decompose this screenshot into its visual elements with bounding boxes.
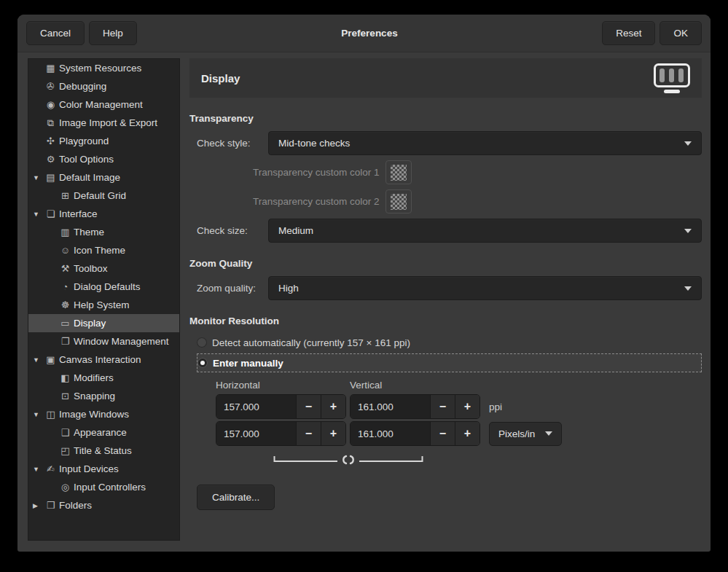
expander-open-icon[interactable]: ▼ xyxy=(33,466,44,473)
sidebar-item-input-controllers[interactable]: ◎Input Controllers xyxy=(28,478,179,496)
custom-color-2-swatch[interactable] xyxy=(385,189,412,213)
sidebar-item-label: Default Image xyxy=(59,172,120,183)
folders-icon: ❒ xyxy=(44,500,57,511)
sidebar-item-snapping[interactable]: ⊡Snapping xyxy=(28,387,179,405)
sidebar-item-appearance[interactable]: ❑Appearance xyxy=(28,423,179,442)
sidebar-item-label: Input Devices xyxy=(59,463,119,474)
check-style-label: Check style: xyxy=(197,138,268,149)
sidebar-list: ▦System Resources✇Debugging◉Color Manage… xyxy=(28,58,180,541)
help-system-icon: ☸ xyxy=(59,299,71,310)
detect-automatically-option[interactable]: Detect automatically (currently 157 × 16… xyxy=(197,334,702,351)
expander-open-icon[interactable]: ▼ xyxy=(33,211,44,218)
sidebar-item-interface[interactable]: ▼❏Interface xyxy=(28,205,179,223)
expander-open-icon[interactable]: ▼ xyxy=(33,411,44,418)
chevron-down-icon xyxy=(684,141,692,146)
sidebar-item-label: Debugging xyxy=(59,81,106,92)
vertical-column-label: Vertical xyxy=(350,380,484,391)
sidebar-item-tool-options[interactable]: ⚙Tool Options xyxy=(28,150,179,168)
sidebar-item-default-grid[interactable]: ⊞Default Grid xyxy=(28,187,179,205)
custom-color-1-swatch[interactable] xyxy=(385,160,412,184)
expander-open-icon[interactable]: ▼ xyxy=(33,174,44,181)
sidebar-item-system-resources[interactable]: ▦System Resources xyxy=(28,59,179,77)
unit-dropdown[interactable]: Pixels/in xyxy=(489,422,562,446)
default-grid-icon: ⊞ xyxy=(59,190,71,201)
ppi-unit-label: ppi xyxy=(489,401,502,412)
sidebar-item-label: Theme xyxy=(74,227,104,238)
resolution-grid: Horizontal Vertical − + − + ppi xyxy=(216,380,702,467)
playground-icon: ✣ xyxy=(44,136,57,146)
check-size-dropdown[interactable]: Medium xyxy=(268,219,702,243)
cancel-button[interactable]: Cancel xyxy=(26,21,85,45)
sidebar-item-label: Folders xyxy=(59,500,92,511)
sidebar-item-dialog-defaults[interactable]: ◔Dialog Defaults xyxy=(28,278,179,296)
minus-button[interactable]: − xyxy=(296,395,321,418)
chevron-down-icon xyxy=(545,431,552,436)
chevron-down-icon xyxy=(684,286,692,291)
sidebar-item-label: Display xyxy=(74,318,106,329)
sidebar-item-modifiers[interactable]: ◧Modifiers xyxy=(28,369,179,387)
minus-button[interactable]: − xyxy=(296,422,321,445)
sidebar-item-input-devices[interactable]: ▼✍Input Devices xyxy=(28,460,179,478)
plus-button[interactable]: + xyxy=(321,422,345,445)
minus-button[interactable]: − xyxy=(430,395,455,418)
chain-broken-icon[interactable] xyxy=(273,453,423,465)
sidebar-item-label: Title & Status xyxy=(74,445,132,456)
page-title: Display xyxy=(201,72,240,85)
vertical-unit-spinner: − + xyxy=(350,421,480,446)
plus-button[interactable]: + xyxy=(455,422,480,445)
sidebar-item-canvas-interaction[interactable]: ▼▣Canvas Interaction xyxy=(28,350,179,369)
expander-closed-icon[interactable]: ▶ xyxy=(33,502,44,509)
image-import-export-icon: ⧉ xyxy=(44,117,57,129)
toolbox-icon: ⚒ xyxy=(59,263,71,274)
minus-button[interactable]: − xyxy=(430,422,455,445)
sidebar-item-default-image[interactable]: ▼▤Default Image xyxy=(28,168,179,187)
radio-checked-icon[interactable] xyxy=(197,358,208,368)
sidebar-item-theme[interactable]: ▥Theme xyxy=(28,223,179,241)
vertical-unit-input[interactable] xyxy=(351,422,430,445)
dialog-title: Preferences xyxy=(139,28,600,39)
sidebar-item-help-system[interactable]: ☸Help System xyxy=(28,296,179,314)
sidebar-item-label: Default Grid xyxy=(74,190,126,201)
reset-button[interactable]: Reset xyxy=(602,21,655,45)
sidebar-item-folders[interactable]: ▶❒Folders xyxy=(28,496,179,514)
sidebar-item-icon-theme[interactable]: ☺Icon Theme xyxy=(28,241,179,259)
zoom-quality-value: High xyxy=(278,283,299,294)
horizontal-unit-spinner: − + xyxy=(216,421,346,446)
sidebar-item-color-management[interactable]: ◉Color Management xyxy=(28,95,179,114)
vertical-ppi-input[interactable] xyxy=(351,395,430,418)
image-windows-icon: ◫ xyxy=(44,409,57,420)
help-button[interactable]: Help xyxy=(89,21,137,45)
check-style-dropdown[interactable]: Mid-tone checks xyxy=(268,131,702,155)
enter-manually-option[interactable]: Enter manually xyxy=(197,353,702,372)
zoom-quality-dropdown[interactable]: High xyxy=(268,276,702,300)
sidebar-item-label: Help System xyxy=(74,299,130,310)
check-size-label: Check size: xyxy=(197,225,268,236)
custom-color-2-label: Transparency custom color 2 xyxy=(253,196,380,207)
ok-button[interactable]: OK xyxy=(659,21,702,45)
expander-open-icon[interactable]: ▼ xyxy=(33,356,44,364)
plus-button[interactable]: + xyxy=(455,395,480,418)
sidebar-item-label: Playground xyxy=(59,136,109,146)
sidebar-item-image-import-export[interactable]: ⧉Image Import & Export xyxy=(28,114,179,132)
plus-button[interactable]: + xyxy=(321,395,345,418)
horizontal-ppi-spinner: − + xyxy=(216,394,346,419)
sidebar-item-toolbox[interactable]: ⚒Toolbox xyxy=(28,259,179,278)
dialog-defaults-icon: ◔ xyxy=(59,281,71,292)
sidebar-item-debugging[interactable]: ✇Debugging xyxy=(28,77,179,95)
checkerboard-icon xyxy=(391,165,407,181)
horizontal-unit-input[interactable] xyxy=(216,422,296,445)
sidebar-item-image-windows[interactable]: ▼◫Image Windows xyxy=(28,405,179,423)
custom-color-1-label: Transparency custom color 1 xyxy=(253,167,380,178)
chevron-down-icon xyxy=(684,229,692,233)
sidebar-item-title-status[interactable]: ◰Title & Status xyxy=(28,442,179,460)
interface-icon: ❏ xyxy=(44,208,57,219)
detect-automatically-label: Detect automatically (currently 157 × 16… xyxy=(212,337,410,348)
horizontal-ppi-input[interactable] xyxy=(216,395,296,418)
radio-unchecked-icon[interactable] xyxy=(197,337,207,348)
transparency-heading: Transparency xyxy=(189,113,702,124)
calibrate-button[interactable]: Calibrate... xyxy=(197,485,275,510)
sidebar-item-display[interactable]: ▭Display xyxy=(28,314,179,332)
icon-theme-icon: ☺ xyxy=(59,245,71,256)
sidebar-item-window-management[interactable]: ❐Window Management xyxy=(28,332,179,350)
sidebar-item-playground[interactable]: ✣Playground xyxy=(28,132,179,150)
